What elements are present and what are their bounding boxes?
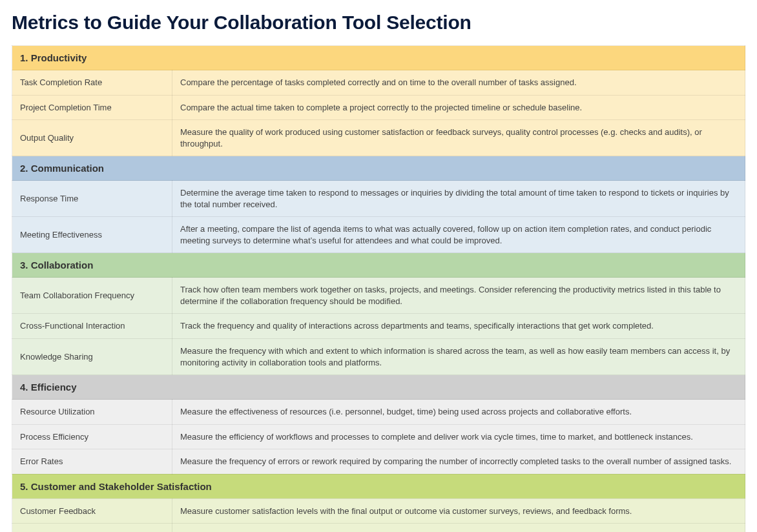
table-row: Project Completion TimeCompare the actua… (12, 95, 745, 120)
metric-description: Measure the frequency of errors or rewor… (172, 449, 745, 475)
table-row: Stakeholder FeedbackCollect stakeholder … (12, 524, 745, 532)
metric-name: Project Completion Time (12, 95, 172, 120)
metric-name: Output Quality (12, 120, 172, 156)
metric-name: Knowledge Sharing (12, 339, 172, 375)
metric-name: Resource Utilization (12, 400, 172, 425)
table-row: Task Completion RateCompare the percenta… (12, 70, 745, 96)
metric-description: Measure the frequency with which and ext… (172, 339, 745, 375)
category-header: 4. Efficiency (12, 375, 745, 400)
metric-description: Measure the quality of work produced usi… (172, 120, 745, 156)
metric-name: Task Completion Rate (12, 70, 172, 96)
metric-description: Determine the average time taken to resp… (172, 181, 745, 217)
metric-description: Track how often team members work togeth… (172, 278, 745, 314)
metric-name: Stakeholder Feedback (12, 524, 172, 532)
table-row: Meeting EffectivenessAfter a meeting, co… (12, 217, 745, 253)
metric-name: Meeting Effectiveness (12, 217, 172, 253)
table-row: Process EfficiencyMeasure the efficiency… (12, 424, 745, 449)
metric-name: Cross-Functional Interaction (12, 314, 172, 339)
metric-description: After a meeting, compare the list of age… (172, 217, 745, 253)
metric-name: Customer Feedback (12, 498, 172, 524)
category-header: 2. Communication (12, 156, 745, 181)
metric-name: Response Time (12, 181, 172, 217)
page-title: Metrics to Guide Your Collaboration Tool… (12, 12, 745, 34)
table-row: Error RatesMeasure the frequency of erro… (12, 449, 745, 475)
table-row: Resource UtilizationMeasure the effectiv… (12, 400, 745, 425)
metric-name: Team Collaboration Frequency (12, 278, 172, 314)
metric-description: Measure customer satisfaction levels wit… (172, 498, 745, 524)
metric-name: Process Efficiency (12, 424, 172, 449)
table-row: Team Collaboration FrequencyTrack how of… (12, 278, 745, 314)
table-row: Cross-Functional InteractionTrack the fr… (12, 314, 745, 339)
category-header: 1. Productivity (12, 46, 745, 70)
table-row: Output QualityMeasure the quality of wor… (12, 120, 745, 156)
metric-description: Track the frequency and quality of inter… (172, 314, 745, 339)
metrics-table: 1. ProductivityTask Completion RateCompa… (12, 45, 745, 532)
table-row: Response TimeDetermine the average time … (12, 181, 745, 217)
metric-description: Compare the percentage of tasks complete… (172, 70, 745, 96)
category-header: 5. Customer and Stakeholder Satisfaction (12, 474, 745, 498)
category-header: 3. Collaboration (12, 253, 745, 278)
table-row: Knowledge SharingMeasure the frequency w… (12, 339, 745, 375)
metric-description: Collect stakeholder feedback on the qual… (172, 524, 745, 532)
metric-description: Compare the actual time taken to complet… (172, 95, 745, 120)
metric-name: Error Rates (12, 449, 172, 475)
metric-description: Measure the effectiveness of resources (… (172, 400, 745, 425)
metric-description: Measure the efficiency of workflows and … (172, 424, 745, 449)
table-row: Customer FeedbackMeasure customer satisf… (12, 498, 745, 524)
